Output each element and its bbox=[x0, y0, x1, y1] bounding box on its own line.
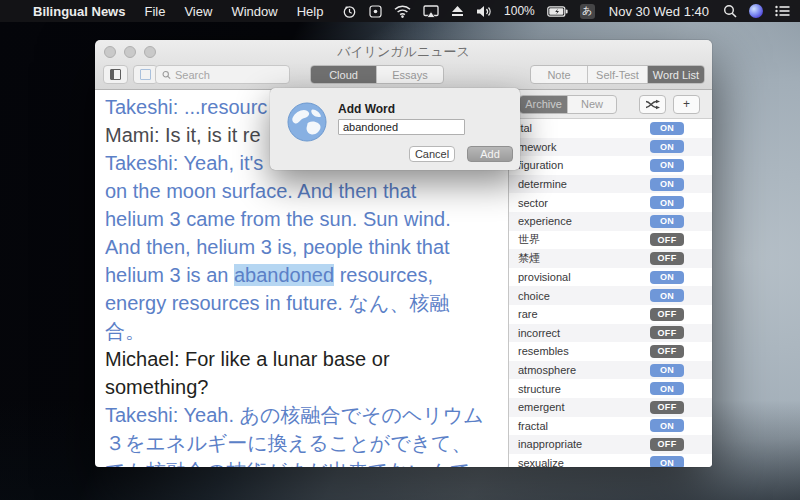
cloud-essays-segment: Cloud Essays bbox=[310, 65, 444, 84]
word-row[interactable]: fractalON bbox=[509, 417, 712, 436]
word-row[interactable]: 世界OFF bbox=[509, 231, 712, 250]
tab-cloud[interactable]: Cloud bbox=[311, 66, 377, 83]
word-label: atmosphere bbox=[518, 364, 576, 376]
menu-extra-icon[interactable] bbox=[369, 3, 382, 19]
tab-new[interactable]: New bbox=[568, 96, 616, 113]
add-button[interactable]: Add bbox=[467, 146, 513, 162]
menu-file[interactable]: File bbox=[144, 4, 165, 19]
word-toggle[interactable]: OFF bbox=[650, 233, 684, 246]
tab-archive[interactable]: Archive bbox=[520, 96, 568, 113]
search-field[interactable] bbox=[155, 65, 290, 84]
search-input[interactable] bbox=[175, 69, 283, 81]
word-label: 世界 bbox=[518, 232, 540, 247]
word-toggle[interactable]: OFF bbox=[650, 438, 684, 451]
word-label: inappropriate bbox=[518, 438, 582, 450]
highlighted-word[interactable]: abandoned bbox=[234, 264, 334, 286]
word-row[interactable]: structureON bbox=[509, 379, 712, 398]
tab-note[interactable]: Note bbox=[531, 66, 588, 83]
dialog-title: Add Word bbox=[338, 102, 395, 116]
word-label: mework bbox=[518, 141, 557, 153]
word-toggle[interactable]: OFF bbox=[650, 345, 684, 358]
input-source-icon[interactable]: あ bbox=[580, 4, 595, 19]
word-row[interactable]: provisionalON bbox=[509, 268, 712, 287]
word-label: determine bbox=[518, 178, 567, 190]
word-label: emergent bbox=[518, 401, 564, 413]
word-row[interactable]: sexualizeON bbox=[509, 454, 712, 467]
tab-self-test[interactable]: Self-Test bbox=[588, 66, 648, 83]
word-list-header: Archive New + bbox=[509, 90, 712, 119]
word-list: italONmeworkONfigurationONdetermineONsec… bbox=[509, 119, 712, 467]
minimize-button[interactable] bbox=[124, 46, 136, 58]
word-toggle[interactable]: OFF bbox=[650, 401, 684, 414]
word-toggle[interactable]: OFF bbox=[650, 308, 684, 321]
transcript-line: Takeshi: Yeah. あの核融合でそのヘリウム bbox=[105, 401, 508, 429]
word-toggle[interactable]: ON bbox=[650, 159, 684, 172]
menubar-clock[interactable]: Nov 30 Wed 1:40 bbox=[609, 4, 709, 19]
word-row[interactable]: 禁煙OFF bbox=[509, 249, 712, 268]
notification-center-icon[interactable] bbox=[775, 3, 790, 19]
word-toggle[interactable]: ON bbox=[650, 178, 684, 191]
airplay-display-icon[interactable] bbox=[423, 3, 439, 19]
app-menu-title[interactable]: Bilingual News bbox=[33, 4, 125, 19]
word-label: sector bbox=[518, 197, 548, 209]
window-title: バイリンガルニュース bbox=[95, 40, 712, 61]
word-row[interactable]: choiceON bbox=[509, 286, 712, 305]
tab-essays[interactable]: Essays bbox=[377, 66, 443, 83]
word-label: provisional bbox=[518, 271, 571, 283]
word-toggle[interactable]: ON bbox=[650, 364, 684, 377]
wifi-icon[interactable] bbox=[394, 3, 411, 19]
word-toggle[interactable]: ON bbox=[650, 122, 684, 135]
siri-icon[interactable] bbox=[749, 4, 763, 18]
mode-segment: Note Self-Test Word List bbox=[530, 65, 705, 84]
word-input[interactable] bbox=[338, 119, 465, 135]
word-list-panel: Archive New + italONmeworkONfigurationON… bbox=[509, 90, 712, 467]
word-row[interactable]: experienceON bbox=[509, 212, 712, 231]
tab-word-list[interactable]: Word List bbox=[648, 66, 704, 83]
word-label: resembles bbox=[518, 345, 569, 357]
word-row[interactable]: rareOFF bbox=[509, 305, 712, 324]
word-label: choice bbox=[518, 290, 550, 302]
word-toggle[interactable]: ON bbox=[650, 382, 684, 395]
spotlight-icon[interactable] bbox=[723, 3, 737, 19]
word-toggle[interactable]: ON bbox=[650, 196, 684, 209]
word-toggle[interactable]: ON bbox=[650, 289, 684, 302]
add-word-button[interactable]: + bbox=[673, 95, 700, 114]
view-mode-1-button[interactable] bbox=[103, 65, 128, 84]
time-machine-icon[interactable] bbox=[342, 3, 357, 19]
word-toggle[interactable]: ON bbox=[650, 456, 684, 467]
menu-help[interactable]: Help bbox=[297, 4, 324, 19]
word-label: incorrect bbox=[518, 327, 560, 339]
word-row[interactable]: figurationON bbox=[509, 156, 712, 175]
transcript-line: ３をエネルギーに換えることができて、 bbox=[105, 429, 508, 457]
word-row[interactable]: atmosphereON bbox=[509, 361, 712, 380]
menu-window[interactable]: Window bbox=[231, 4, 277, 19]
menu-view[interactable]: View bbox=[184, 4, 212, 19]
word-label: 禁煙 bbox=[518, 251, 540, 266]
word-row[interactable]: meworkON bbox=[509, 138, 712, 157]
cancel-button[interactable]: Cancel bbox=[409, 146, 455, 162]
close-button[interactable] bbox=[104, 46, 116, 58]
battery-icon[interactable] bbox=[547, 3, 568, 19]
volume-icon[interactable] bbox=[476, 3, 492, 19]
word-toggle[interactable]: ON bbox=[650, 140, 684, 153]
eject-icon[interactable] bbox=[451, 3, 464, 19]
word-row[interactable]: resemblesOFF bbox=[509, 342, 712, 361]
word-row[interactable]: sectorON bbox=[509, 193, 712, 212]
word-toggle[interactable]: ON bbox=[650, 271, 684, 284]
word-label: structure bbox=[518, 383, 561, 395]
word-toggle[interactable]: OFF bbox=[650, 326, 684, 339]
transcript-line: on the moon surface. And then that bbox=[105, 177, 508, 205]
word-row[interactable]: incorrectOFF bbox=[509, 324, 712, 343]
word-toggle[interactable]: ON bbox=[650, 215, 684, 228]
word-label: ital bbox=[518, 122, 532, 134]
word-toggle[interactable]: ON bbox=[650, 419, 684, 432]
word-toggle[interactable]: OFF bbox=[650, 252, 684, 265]
shuffle-icon bbox=[645, 99, 661, 110]
zoom-button[interactable] bbox=[144, 46, 156, 58]
transcript-line: Michael: For like a lunar base or bbox=[105, 345, 508, 373]
word-row[interactable]: italON bbox=[509, 119, 712, 138]
shuffle-button[interactable] bbox=[639, 95, 666, 114]
word-row[interactable]: inappropriateOFF bbox=[509, 435, 712, 454]
word-row[interactable]: determineON bbox=[509, 175, 712, 194]
word-row[interactable]: emergentOFF bbox=[509, 398, 712, 417]
